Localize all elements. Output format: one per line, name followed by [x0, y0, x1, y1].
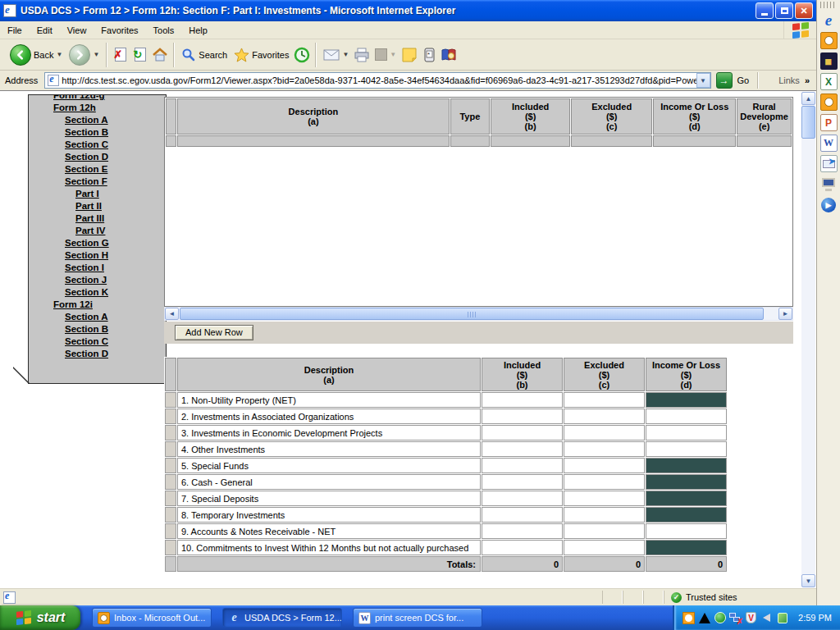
excluded-cell[interactable]	[564, 507, 645, 523]
green-utility-icon[interactable]	[776, 612, 788, 624]
clock[interactable]: 2:59 PM	[798, 613, 832, 623]
excluded-cell[interactable]	[564, 425, 645, 441]
edit-button[interactable]: ▼	[372, 47, 399, 62]
included-cell[interactable]	[482, 392, 563, 408]
restore-button[interactable]	[775, 2, 793, 19]
nav-12h-section-g[interactable]: Section G	[29, 237, 166, 249]
go-label[interactable]: Go	[737, 75, 750, 85]
excluded-cell[interactable]	[564, 540, 645, 555]
address-url[interactable]: http://dcs.test.sc.egov.usda.gov/Form12/…	[62, 75, 696, 85]
menu-edit[interactable]: Edit	[30, 23, 60, 38]
outlook-express-icon[interactable]: ➤	[820, 155, 838, 172]
menu-favorites[interactable]: Favorites	[94, 23, 145, 38]
nav-form-12i[interactable]: Form 12i	[29, 299, 166, 311]
income-cell[interactable]	[646, 409, 727, 424]
nav-part-ii[interactable]: Part II	[29, 200, 166, 212]
menu-view[interactable]: View	[60, 23, 94, 38]
back-dropdown-icon[interactable]: ▼	[56, 51, 62, 58]
nav-form-12h[interactable]: Form 12h	[29, 102, 166, 114]
included-cell[interactable]	[482, 507, 563, 523]
task-usda-dcs[interactable]: e USDA DCS > Form 12...	[222, 608, 342, 628]
shortcut-bar-grip[interactable]	[820, 2, 837, 8]
excluded-cell[interactable]	[564, 491, 645, 506]
back-button[interactable]: Back ▼	[7, 43, 66, 67]
nav-12h-section-e[interactable]: Section E	[29, 163, 166, 176]
scrollbar-track[interactable]	[179, 308, 778, 320]
word-icon[interactable]: W	[820, 135, 838, 152]
menu-tools[interactable]: Tools	[146, 23, 182, 38]
outlook-reminder-icon[interactable]	[682, 612, 695, 624]
nav-12h-section-b[interactable]: Section B	[29, 126, 166, 139]
scroll-left-icon[interactable]: ◄	[165, 308, 179, 320]
nav-part-iv[interactable]: Part IV	[29, 225, 166, 237]
messenger-button[interactable]: *	[419, 45, 439, 65]
horizontal-scrollbar[interactable]: ◄ ►	[164, 307, 793, 321]
excluded-cell[interactable]	[564, 409, 645, 424]
excluded-cell[interactable]	[564, 392, 645, 408]
included-cell[interactable]	[482, 523, 563, 539]
building-app-icon[interactable]: ▦	[820, 52, 838, 70]
refresh-button[interactable]: ↻	[130, 45, 150, 65]
scroll-down-icon[interactable]: ▼	[801, 574, 815, 587]
history-button[interactable]	[292, 45, 312, 65]
stop-button[interactable]: ✗	[111, 45, 130, 65]
scroll-right-icon[interactable]: ►	[778, 308, 792, 320]
nav-12h-section-d[interactable]: Section D	[29, 151, 166, 163]
income-cell[interactable]	[646, 441, 727, 457]
excluded-cell[interactable]	[564, 458, 645, 473]
start-button[interactable]: start	[0, 605, 80, 630]
menu-help[interactable]: Help	[181, 23, 215, 38]
vertical-scrollbar[interactable]: ▲ ▼	[801, 92, 815, 587]
address-input[interactable]: e http://dcs.test.sc.egov.usda.gov/Form1…	[44, 72, 710, 89]
go-button[interactable]: →	[716, 72, 733, 89]
nav-12i-section-a[interactable]: Section A	[29, 311, 166, 323]
included-cell[interactable]	[482, 540, 563, 555]
nav-part-iii[interactable]: Part III	[29, 212, 166, 225]
nav-12h-section-i[interactable]: Section I	[29, 262, 166, 274]
search-button[interactable]: Search	[178, 46, 231, 64]
included-cell[interactable]	[482, 458, 563, 473]
included-cell[interactable]	[482, 441, 563, 457]
nav-12h-section-a[interactable]: Section A	[29, 114, 166, 126]
research-button[interactable]	[439, 45, 459, 65]
nav-part-i[interactable]: Part I	[29, 188, 166, 200]
task-word-doc[interactable]: W print screen DCS for...	[353, 608, 482, 628]
nav-12i-section-b[interactable]: Section B	[29, 323, 166, 336]
volume-icon[interactable]	[760, 612, 773, 624]
nav-12h-section-j[interactable]: Section J	[29, 274, 166, 286]
mail-dropdown-icon[interactable]: ▼	[342, 51, 349, 58]
media-player-icon[interactable]: ▶	[820, 196, 838, 213]
excluded-cell[interactable]	[564, 474, 645, 490]
nav-12h-section-h[interactable]: Section H	[29, 249, 166, 262]
add-new-row-button[interactable]: Add New Row	[175, 325, 253, 340]
nav-12h-section-c[interactable]: Section C	[29, 139, 166, 151]
green-globe-icon[interactable]	[714, 612, 726, 624]
included-cell[interactable]	[482, 409, 563, 424]
antivirus-shield-icon[interactable]: V	[745, 612, 757, 624]
income-cell[interactable]	[646, 425, 727, 441]
included-cell[interactable]	[482, 425, 563, 441]
scrollbar-thumb[interactable]	[801, 106, 815, 139]
my-computer-icon[interactable]	[820, 176, 838, 193]
forward-dropdown-icon[interactable]: ▼	[93, 51, 99, 58]
excel-icon[interactable]: X	[820, 73, 838, 90]
income-cell[interactable]	[646, 523, 727, 539]
network-offline-icon[interactable]: ✗	[729, 612, 742, 624]
mail-button[interactable]: ▼	[320, 48, 352, 62]
scroll-up-icon[interactable]: ▲	[801, 92, 815, 105]
nav-12h-section-k[interactable]: Section K	[29, 286, 166, 299]
excluded-cell[interactable]	[564, 441, 645, 457]
favorites-button[interactable]: Favorites	[231, 46, 292, 64]
included-cell[interactable]	[482, 491, 563, 506]
outlook-clock-icon[interactable]	[820, 32, 838, 49]
internet-explorer-icon[interactable]: e	[820, 11, 838, 29]
nav-12i-section-c[interactable]: Section C	[29, 336, 166, 348]
outlook-clock-icon-2[interactable]	[820, 94, 838, 111]
scrollbar-thumb[interactable]	[180, 308, 764, 320]
forward-button[interactable]: ▼	[66, 43, 103, 67]
nav-12i-section-d[interactable]: Section D	[29, 348, 166, 360]
nav-form-12d-g[interactable]: Form 12d-g	[29, 94, 166, 102]
close-button[interactable]: ✕	[795, 2, 813, 19]
menu-file[interactable]: File	[0, 23, 30, 38]
address-dropdown-icon[interactable]: ▼	[696, 73, 710, 88]
